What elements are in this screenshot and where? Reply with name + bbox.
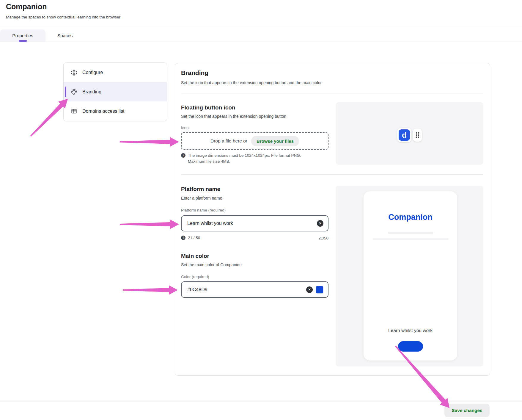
menu-item-domains-label: Domains access list — [82, 109, 124, 114]
icon-hint: The image dimensions must be 1024x1024px… — [181, 153, 313, 164]
color-swatch[interactable] — [316, 286, 323, 294]
platform-name-title: Platform name — [181, 186, 220, 192]
table-icon — [71, 108, 77, 115]
page-subtitle: Manage the spaces to show contextual lea… — [6, 15, 120, 19]
menu-item-branding-label: Branding — [82, 89, 101, 95]
panel-subtitle: Set the icon that appears in the extensi… — [181, 80, 322, 85]
color-input[interactable] — [187, 287, 303, 293]
preview-tagline: Learn whilst you work — [364, 328, 457, 333]
clear-color-icon[interactable] — [306, 286, 313, 293]
platform-name-field-label: Platform name (required) — [181, 208, 226, 212]
active-tab-indicator — [19, 40, 27, 42]
floating-button-preview: d — [397, 128, 422, 142]
tab-spaces[interactable]: Spaces — [45, 29, 84, 42]
info-icon — [181, 153, 185, 158]
preview-title: Companion — [364, 213, 457, 222]
dropzone-text: Drop a file here or — [210, 138, 247, 144]
icon-preview-panel: d — [336, 102, 483, 165]
drag-handle[interactable] — [413, 128, 422, 142]
platform-name-input[interactable] — [187, 220, 314, 226]
companion-preview-panel: Companion Learn whilst you work — [336, 186, 483, 366]
companion-preview-card: Companion Learn whilst you work — [364, 191, 457, 361]
icon-dropzone[interactable]: Drop a file here or Browse your files — [181, 132, 328, 150]
menu-item-domains-access-list[interactable]: Domains access list — [64, 101, 167, 121]
page-title: Companion — [6, 2, 47, 11]
floating-icon-subtitle: Set the icon that appears in the extensi… — [181, 114, 286, 119]
companion-settings-page: Companion Manage the spaces to show cont… — [0, 0, 522, 420]
save-changes-button[interactable]: Save changes — [444, 404, 490, 417]
platform-name-subtitle: Enter a platform name — [181, 196, 222, 200]
palette-icon — [71, 89, 77, 95]
branding-panel: Branding Set the icon that appears in th… — [175, 63, 490, 376]
annotation-arrow — [123, 285, 178, 295]
settings-menu: Configure Branding D — [63, 62, 167, 121]
tab-properties-label: Properties — [12, 33, 33, 38]
menu-item-configure-label: Configure — [82, 70, 103, 75]
clear-platform-name-icon[interactable] — [317, 220, 323, 227]
tab-properties[interactable]: Properties — [0, 29, 45, 42]
main-color-subtitle: Set the main color of Companion — [181, 262, 242, 267]
menu-item-branding[interactable]: Branding — [64, 82, 167, 101]
footer-divider — [0, 402, 522, 402]
preview-action-pill — [398, 341, 423, 352]
color-field-label: Color (required) — [181, 275, 209, 279]
icon-field-label: Icon — [181, 126, 189, 130]
gear-icon — [71, 69, 77, 76]
annotation-arrow — [120, 137, 179, 147]
floating-icon-title: Floating button icon — [181, 104, 235, 111]
main-color-title: Main color — [181, 253, 209, 259]
menu-item-configure[interactable]: Configure — [64, 63, 167, 82]
color-field — [181, 281, 328, 298]
icon-hint-text: The image dimensions must be 1024x1024px… — [188, 153, 313, 164]
browse-files-button[interactable]: Browse your files — [251, 136, 299, 146]
tab-bar: Properties Spaces — [0, 28, 522, 42]
skeleton-line — [372, 238, 448, 240]
logo-chip: d — [397, 128, 411, 142]
drag-dots-icon — [416, 132, 419, 138]
tab-spaces-label: Spaces — [57, 33, 73, 38]
section-divider — [181, 174, 483, 175]
panel-title: Branding — [181, 69, 208, 76]
platform-name-field — [181, 215, 328, 231]
character-counter: 21/50 — [181, 236, 328, 240]
selected-item-indicator — [65, 87, 66, 97]
annotation-arrow — [120, 220, 179, 229]
brand-logo-icon: d — [399, 129, 410, 141]
panel-divider — [181, 93, 483, 93]
skeleton-line — [388, 232, 433, 234]
